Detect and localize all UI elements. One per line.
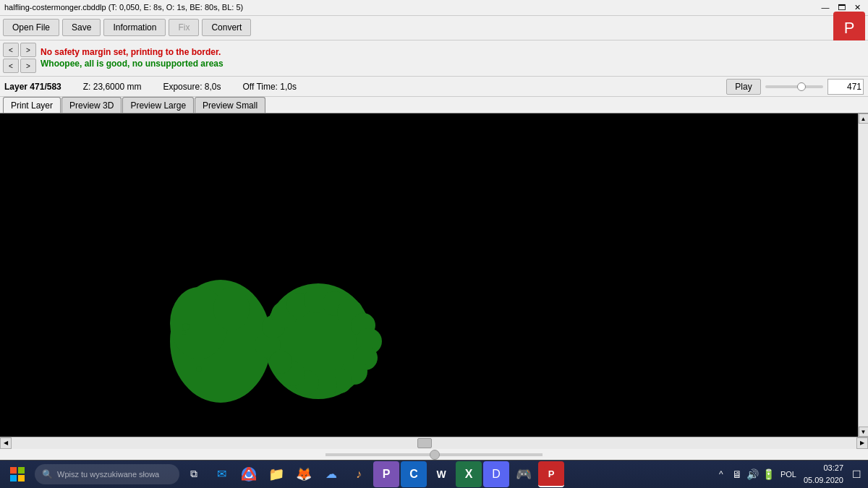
z-position: Z: 23,6000 mm (83, 82, 142, 92)
app-window: halfling-costermonger.cbddlp (T: 0,050, … (0, 0, 868, 488)
shape-left-top (213, 287, 250, 330)
title-bar: halfling-costermonger.cbddlp (T: 0,050, … (0, 0, 868, 16)
scroll-up-arrow[interactable]: ▲ (859, 114, 869, 124)
app-icon-2[interactable]: ♪ (346, 461, 372, 487)
prev-button-2[interactable]: < (3, 59, 19, 73)
bump-16 (269, 351, 292, 374)
svg-text:P: P (844, 19, 855, 37)
fix-button: Fix (169, 19, 199, 36)
svg-rect-5 (18, 475, 25, 481)
app-icon-4[interactable]: C (401, 461, 427, 487)
nav-status-bar: < > < > No safety margin set, printing t… (0, 40, 868, 77)
frame-input[interactable]: 471 (827, 79, 864, 95)
horizontal-scrollbar: ◀ ▶ (0, 437, 868, 448)
search-box[interactable]: 🔍 Wpisz tu wyszukiwane słowa (35, 464, 179, 484)
app-icon-1[interactable]: ☁ (318, 461, 344, 487)
minimize-button[interactable]: — (819, 1, 832, 13)
layer-counter: Layer 471/583 (4, 82, 61, 92)
search-icon: 🔍 (42, 469, 53, 479)
notification-button[interactable]: ☐ (848, 461, 865, 487)
game-icon[interactable]: 🎮 (511, 461, 537, 487)
chitubox-icon[interactable]: P (538, 461, 564, 487)
canvas-area: ▲ ▼ (0, 114, 868, 437)
layer-info-bar: Layer 471/583 Z: 23,6000 mm Exposure: 8,… (0, 77, 868, 96)
status-message-2: Whoopee, all is good, no unsupported are… (41, 59, 865, 69)
folder-icon[interactable]: 📁 (263, 461, 289, 487)
system-clock[interactable]: 03:27 05.09.2020 (801, 462, 846, 486)
app-logo: P (833, 12, 865, 43)
dot-3 (196, 366, 202, 372)
convert-button[interactable]: Convert (202, 19, 251, 36)
language-indicator[interactable]: POL (778, 470, 799, 479)
status-message-1: No safety margin set, printing to the bo… (41, 47, 865, 57)
scroll-thumb-horizontal[interactable] (417, 438, 432, 448)
svg-rect-4 (10, 475, 17, 481)
system-tray: ^ 🖥 🔊 🔋 POL 03:27 05.09.2020 ☐ (714, 461, 867, 487)
dot-2 (182, 330, 186, 335)
logo-svg: P (833, 12, 865, 43)
tab-preview-3d[interactable]: Preview 3D (61, 97, 122, 113)
start-button[interactable] (1, 461, 33, 488)
zoom-bar (0, 448, 868, 460)
prev-button-1[interactable]: < (3, 43, 19, 57)
windows-icon (10, 467, 25, 481)
scroll-down-arrow[interactable]: ▼ (859, 427, 869, 437)
clock-time: 03:27 (804, 462, 843, 474)
open-file-button[interactable]: Open File (3, 19, 59, 36)
scroll-right-arrow[interactable]: ▶ (856, 437, 868, 449)
print-canvas-container: ▲ ▼ (0, 114, 868, 437)
next-button-1[interactable]: > (20, 43, 36, 57)
layer-slider-thumb[interactable] (797, 82, 806, 91)
dot-1 (182, 323, 190, 330)
search-placeholder: Wpisz tu wyszukiwane słowa (57, 470, 159, 479)
tray-battery-icon[interactable]: 🔋 (762, 461, 776, 487)
mail-icon[interactable]: ✉ (208, 461, 234, 487)
information-button[interactable]: Information (103, 19, 166, 36)
layer-slider-track (765, 85, 823, 88)
chrome-icon[interactable] (236, 461, 262, 487)
zoom-track (326, 453, 542, 456)
tab-print-layer[interactable]: Print Layer (3, 97, 61, 113)
layer-preview-svg (0, 114, 868, 437)
tray-volume-icon[interactable]: 🔊 (746, 461, 760, 487)
svg-text:P: P (548, 468, 555, 479)
scroll-left-arrow[interactable]: ◀ (0, 437, 12, 449)
exposure-time: Exposure: 8,0s (163, 82, 221, 92)
app-icon-6[interactable]: X (456, 461, 482, 487)
discord-icon[interactable]: D (483, 461, 509, 487)
zoom-thumb[interactable] (430, 450, 440, 460)
tray-network-icon[interactable]: 🖥 (730, 461, 744, 487)
play-button[interactable]: Play (726, 79, 761, 95)
off-time: Off Time: 1,0s (242, 82, 296, 92)
play-area: Play 471 (726, 79, 864, 95)
next-button-2[interactable]: > (20, 59, 36, 73)
tabs-bar: Print Layer Preview 3D Preview Large Pre… (0, 97, 868, 114)
app-icon-3[interactable]: P (373, 461, 399, 487)
nav-row-top: < > (3, 43, 36, 57)
nav-buttons: < > < > (3, 43, 36, 73)
tray-chevron[interactable]: ^ (714, 461, 728, 487)
firefox-icon[interactable]: 🦊 (291, 461, 317, 487)
app-icon-5[interactable]: W (428, 461, 454, 487)
svg-rect-2 (10, 467, 17, 474)
toolbar: Open File Save Information Fix Convert P (0, 16, 868, 40)
clock-date: 05.09.2020 (804, 474, 843, 487)
vertical-scrollbar: ▲ ▼ (858, 114, 868, 437)
status-messages: No safety margin set, printing to the bo… (41, 47, 865, 69)
taskbar-icons: ⧉ ✉ 📁 🦊 ☁ ♪ P C W X D (181, 461, 712, 487)
tab-preview-small[interactable]: Preview Small (195, 97, 265, 113)
nav-row-bottom: < > (3, 59, 36, 73)
scroll-track-vertical (859, 124, 869, 427)
taskview-button[interactable]: ⧉ (181, 461, 207, 487)
save-button[interactable]: Save (62, 19, 101, 36)
scroll-track-horizontal (12, 437, 856, 449)
taskbar: 🔍 Wpisz tu wyszukiwane słowa ⧉ ✉ 📁 🦊 (0, 460, 868, 488)
tab-preview-large[interactable]: Preview Large (122, 97, 194, 113)
svg-rect-3 (18, 467, 25, 474)
window-title: halfling-costermonger.cbddlp (T: 0,050, … (4, 3, 243, 12)
